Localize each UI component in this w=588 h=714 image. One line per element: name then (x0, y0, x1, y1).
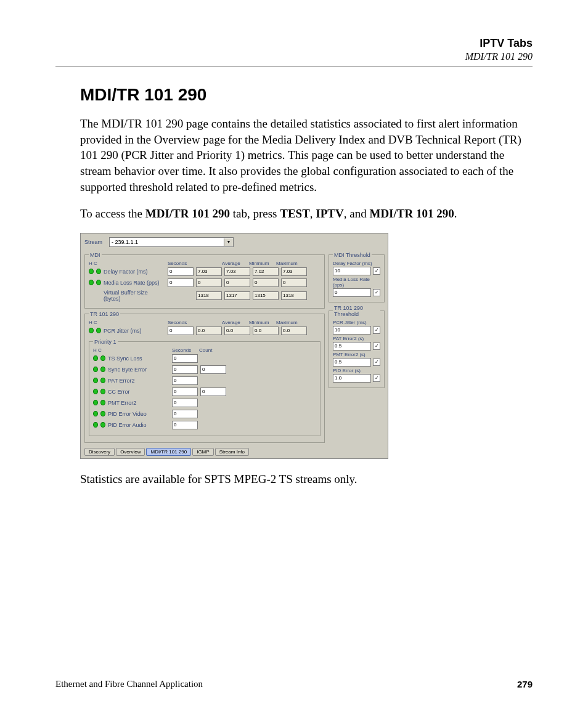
threshold-input[interactable]: 0.5 (333, 358, 371, 367)
threshold-row: Media Loss Rate (pps)0✓ (333, 277, 380, 297)
tr-threshold-fieldset: TR 101 290 Threshold PCR Jitter (ms)10✓P… (329, 305, 385, 388)
value-field: 0 (281, 278, 307, 287)
seconds-field[interactable]: 0 (172, 365, 198, 374)
metric-name: PMT Error2 (108, 400, 169, 406)
threshold-checkbox[interactable]: ✓ (373, 327, 380, 334)
value-field: 0.0 (281, 327, 307, 335)
status-dot-h (93, 400, 98, 405)
seconds-field[interactable]: 0 (172, 421, 198, 429)
status-dot-c (100, 400, 105, 405)
tr-fieldset: TR 101 290 H C Seconds Average Minimum M… (84, 311, 325, 443)
threshold-checkbox[interactable]: ✓ (373, 289, 380, 296)
stat-row: PID Error Audio0 (93, 421, 316, 429)
status-dot-h (89, 328, 94, 333)
status-dot-c (100, 367, 105, 372)
value-field: 1317 (224, 291, 250, 300)
stream-label: Stream (84, 239, 107, 245)
seconds-field[interactable]: 0 (168, 267, 194, 276)
stat-row: PMT Error20 (93, 399, 316, 407)
stat-row: PID Error Video0 (93, 410, 316, 418)
header-rule (55, 66, 533, 67)
value-field: 1318 (196, 291, 222, 300)
count-field[interactable]: 0 (200, 387, 226, 396)
tab-bar: DiscoveryOverviewMDI/TR 101 290IGMPStrea… (84, 448, 384, 456)
seconds-field[interactable]: 0 (172, 354, 198, 363)
stat-row: Delay Factor (ms)07.037.037.027.03 (89, 267, 321, 276)
status-dot-c (96, 269, 101, 274)
value-field: 7.03 (196, 267, 222, 276)
footer-page-number: 279 (517, 679, 533, 689)
status-dot-h (93, 389, 98, 394)
value-field: 7.02 (253, 267, 279, 276)
threshold-checkbox[interactable]: ✓ (373, 267, 380, 275)
section-heading: MDI/TR 101 290 (80, 85, 533, 105)
threshold-input[interactable]: 10 (333, 267, 371, 275)
seconds-field[interactable]: 0 (172, 387, 198, 396)
header-title: IPTV Tabs (55, 37, 533, 50)
threshold-label: Media Loss Rate (pps) (333, 277, 380, 288)
stream-row: Stream - 239.1.1.1 ▼ (84, 237, 384, 247)
seconds-field[interactable]: 0 (172, 410, 198, 418)
seconds-field[interactable]: 0 (168, 327, 194, 335)
threshold-row: PCR Jitter (ms)10✓ (333, 320, 380, 335)
seconds-field[interactable]: 0 (168, 278, 194, 287)
seconds-field[interactable]: 0 (172, 399, 198, 407)
threshold-input[interactable]: 1.0 (333, 374, 371, 383)
count-field[interactable]: 0 (200, 365, 226, 374)
threshold-row: PMT Error2 (s)0.5✓ (333, 352, 380, 367)
tab-discovery[interactable]: Discovery (84, 448, 115, 456)
tr-threshold-legend: TR 101 290 Threshold (333, 305, 380, 317)
dropdown-arrow-icon[interactable]: ▼ (224, 238, 233, 246)
stat-row: CC Error00 (93, 387, 316, 396)
threshold-row: PAT Error2 (s)0.5✓ (333, 336, 380, 351)
threshold-input[interactable]: 0 (333, 288, 371, 297)
tab-stream-info[interactable]: Stream Info (215, 448, 249, 456)
value-field: 1318 (281, 291, 307, 300)
threshold-row: Delay Factor (ms)10✓ (333, 261, 380, 275)
threshold-checkbox[interactable]: ✓ (373, 343, 380, 350)
status-dot-h (93, 378, 98, 383)
app-screenshot: Stream - 239.1.1.1 ▼ MDI H C Seconds Ave… (80, 233, 388, 459)
priority1-legend: Priority 1 (93, 339, 118, 345)
tab-overview[interactable]: Overview (116, 448, 145, 456)
document-page: IPTV Tabs MDI/TR 101 290 MDI/TR 101 290 … (0, 0, 588, 714)
stat-row: Media Loss Rate (pps)00000 (89, 278, 321, 287)
status-dot-h (89, 269, 94, 274)
status-dot-h (89, 280, 94, 285)
mdi-legend: MDI (89, 252, 102, 258)
value-field: 0.0 (224, 327, 250, 335)
stat-row: PCR Jitter (ms)00.00.00.00.0 (89, 327, 321, 335)
threshold-input[interactable]: 0.5 (333, 342, 371, 351)
page-footer: Ethernet and Fibre Channel Application 2… (55, 679, 533, 689)
threshold-checkbox[interactable]: ✓ (373, 375, 380, 382)
mdi-threshold-legend: MDI Threshold (333, 252, 372, 258)
value-field: 0 (224, 278, 250, 287)
metric-name: TS Sync Loss (108, 355, 169, 362)
footer-left: Ethernet and Fibre Channel Application (55, 679, 203, 689)
metric-name: Delay Factor (ms) (104, 269, 165, 275)
threshold-input[interactable]: 10 (333, 326, 371, 335)
tab-igmp[interactable]: IGMP (192, 448, 213, 456)
status-dot-c (100, 355, 105, 361)
status-dot-c (100, 422, 105, 428)
paragraph-1: The MDI/TR 101 290 page contains the det… (80, 116, 533, 195)
metric-name: PID Error Video (108, 411, 169, 417)
metric-name: Virtual Buffer Size (bytes) (104, 290, 165, 302)
priority1-fieldset: Priority 1 H C Seconds Count TS Sync Los… (89, 339, 321, 436)
seconds-field[interactable]: 0 (172, 376, 198, 385)
stream-select[interactable]: - 239.1.1.1 ▼ (109, 237, 234, 247)
status-dot-c (100, 378, 105, 383)
threshold-label: PCR Jitter (ms) (333, 320, 380, 325)
status-dot-h (93, 411, 98, 416)
value-field: 0.0 (253, 327, 279, 335)
value-field: 0 (196, 278, 222, 287)
status-dot-h (93, 355, 98, 361)
metric-name: CC Error (108, 389, 169, 395)
threshold-checkbox[interactable]: ✓ (373, 359, 380, 366)
stat-row: PAT Error20 (93, 376, 316, 385)
value-field: 7.03 (224, 267, 250, 276)
paragraph-2: To access the MDI/TR 101 290 tab, press … (80, 206, 533, 222)
status-dot-h (93, 422, 98, 428)
tab-mdi-tr-101-290[interactable]: MDI/TR 101 290 (146, 448, 191, 456)
mdi-threshold-fieldset: MDI Threshold Delay Factor (ms)10✓Media … (329, 252, 385, 302)
